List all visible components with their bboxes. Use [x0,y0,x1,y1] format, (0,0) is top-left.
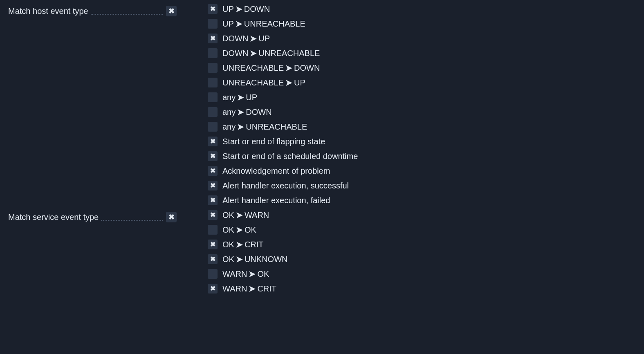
service-event-type-label: Match service event type [8,213,99,222]
option-label: OK➤CRIT [222,240,264,249]
transition-from: DOWN [222,49,248,58]
transition-from: UNREACHABLE [222,78,284,87]
arrow-icon: ➤ [237,108,244,116]
option-checkbox[interactable]: ✖ [208,34,218,43]
transition-from: UP [222,4,234,13]
option-row: any➤UP [208,92,358,102]
option-label: DOWN➤UP [222,34,270,43]
transition-from: OK [222,225,234,234]
host-event-type-toggle[interactable]: ✖ [166,6,177,16]
option-row: ✖Start or end of flapping state [208,137,358,146]
close-icon: ✖ [168,213,175,221]
transition-to: UNREACHABLE [258,49,320,58]
option-label: WARN➤OK [222,270,269,278]
option-row: ✖Alert handler execution, successful [208,181,358,190]
option-checkbox[interactable]: ✖ [208,210,218,220]
checked-icon: ✖ [210,285,215,292]
separator-dots [91,13,163,15]
arrow-icon: ➤ [236,211,243,219]
option-label: Acknowledgement of problem [222,167,330,175]
option-label: any➤UNREACHABLE [222,123,307,131]
option-row: DOWN➤UNREACHABLE [208,48,358,58]
option-row: ✖Acknowledgement of problem [208,166,358,176]
option-label: OK➤UNKNOWN [222,255,287,263]
arrow-icon: ➤ [249,285,256,293]
arrow-icon: ➤ [236,20,242,28]
option-label: OK➤OK [222,226,256,234]
option-label: WARN➤CRIT [222,285,276,293]
arrow-icon: ➤ [285,78,292,87]
host-event-type-label: Match host event type [8,7,88,16]
option-label: Alert handler execution, failed [222,196,330,204]
option-row: ✖OK➤UNKNOWN [208,254,287,264]
close-icon: ✖ [168,7,175,15]
option-checkbox[interactable]: ✖ [208,137,218,146]
checked-icon: ✖ [210,182,215,189]
option-checkbox[interactable]: ✖ [208,240,218,249]
option-row: ✖OK➤WARN [208,210,287,220]
transition-to: DOWN [294,63,320,72]
transition-to: CRIT [245,240,264,249]
transition-to: WARN [245,211,269,220]
arrow-icon: ➤ [285,64,292,72]
transition-to: UP [294,78,305,87]
transition-from: WARN [222,284,247,293]
transition-to: UP [246,93,257,102]
checked-icon: ✖ [210,197,215,204]
option-checkbox[interactable]: ✖ [208,166,218,176]
transition-from: OK [222,255,234,264]
arrow-icon: ➤ [236,5,242,13]
option-checkbox[interactable]: ✖ [208,254,218,264]
option-checkbox[interactable]: ✖ [208,151,218,161]
checked-icon: ✖ [210,153,215,159]
option-checkbox[interactable] [208,78,218,87]
option-checkbox[interactable] [208,19,218,29]
transition-to: OK [257,269,269,278]
option-label: UNREACHABLE➤UP [222,78,305,87]
option-label: DOWN➤UNREACHABLE [222,49,320,57]
service-event-type-toggle[interactable]: ✖ [166,212,177,222]
option-checkbox[interactable]: ✖ [208,4,218,14]
option-checkbox[interactable] [208,63,218,73]
option-label: UNREACHABLE➤DOWN [222,64,320,72]
option-label: any➤UP [222,93,257,101]
option-checkbox[interactable]: ✖ [208,195,218,205]
checked-icon: ✖ [210,138,215,145]
option-checkbox[interactable]: ✖ [208,284,218,294]
transition-to: UNREACHABLE [246,122,307,131]
transition-to: DOWN [246,108,272,117]
arrow-icon: ➤ [250,49,257,57]
transition-to: UP [258,34,270,43]
option-checkbox[interactable] [208,48,218,58]
option-row: ✖Alert handler execution, failed [208,195,358,205]
option-label: Start or end of flapping state [222,137,325,146]
transition-from: any [222,108,236,117]
transition-to: OK [245,225,256,234]
option-checkbox[interactable] [208,107,218,117]
arrow-icon: ➤ [250,34,257,43]
option-row: ✖UP➤DOWN [208,4,358,14]
option-label: Start or end of a scheduled downtime [222,152,358,160]
option-row: UNREACHABLE➤DOWN [208,63,358,73]
option-checkbox[interactable] [208,269,218,279]
checked-icon: ✖ [210,6,215,12]
option-row: WARN➤OK [208,269,287,279]
option-row: ✖WARN➤CRIT [208,284,287,294]
option-checkbox[interactable]: ✖ [208,181,218,190]
option-row: OK➤OK [208,225,287,235]
checked-icon: ✖ [210,241,215,248]
transition-from: DOWN [222,34,248,43]
checked-icon: ✖ [210,256,215,262]
option-checkbox[interactable] [208,225,218,235]
transition-from: any [222,122,236,131]
option-row: ✖DOWN➤UP [208,34,358,43]
option-checkbox[interactable] [208,92,218,102]
transition-from: WARN [222,269,247,278]
option-row: UP➤UNREACHABLE [208,19,358,29]
transition-from: any [222,93,236,102]
separator-dots [101,220,163,221]
transition-from: UP [222,19,234,28]
checked-icon: ✖ [210,212,215,218]
checked-icon: ✖ [210,168,215,174]
option-checkbox[interactable] [208,122,218,132]
